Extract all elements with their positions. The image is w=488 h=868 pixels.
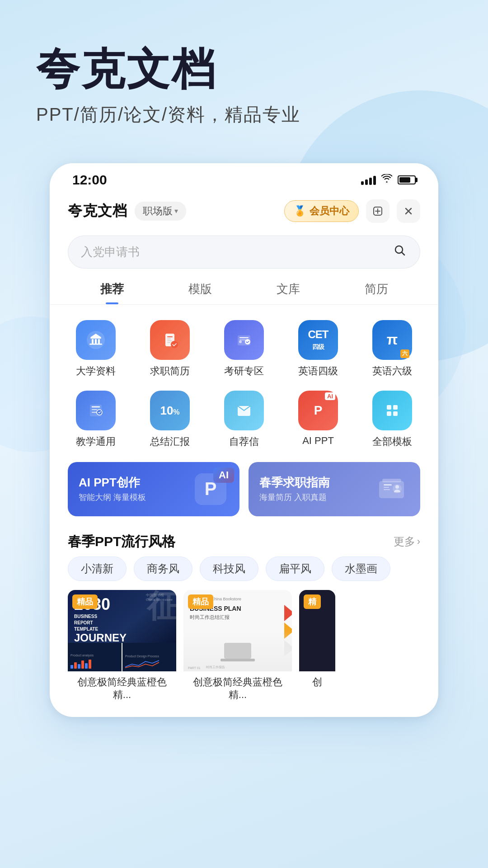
vip-icon: 🏅 [294, 205, 306, 217]
template-thumb-1: 精品 2030 BUSINESSREPORTTEMPLATE JOURNEY 征… [68, 590, 176, 671]
shortcut-summary[interactable]: 10% 总结汇报 [133, 386, 207, 453]
svg-rect-5 [95, 339, 97, 344]
shortcut-all-templates[interactable]: 全部模板 [355, 386, 429, 453]
svg-point-14 [171, 341, 178, 348]
vip-center-button[interactable]: 🏅 会员中心 [284, 200, 359, 222]
svg-rect-12 [167, 340, 172, 341]
template-thumb-2: 精品 中文图书馆 China Bookstore BUSINESS PLAN 时… [183, 590, 292, 671]
shortcut-label: 英语六级 [372, 364, 412, 378]
shortcut-label: 英语四级 [298, 364, 338, 378]
svg-rect-10 [167, 336, 173, 337]
tab-resume[interactable]: 简历 [332, 276, 420, 304]
banner-text: AI PPT创作 智能大纲 海量模板 [79, 475, 192, 503]
template-card-1[interactable]: 精品 2030 BUSINESSREPORTTEMPLATE JOURNEY 征… [68, 590, 176, 703]
banner-spring-job[interactable]: 春季求职指南 海量简历 入职真题 [249, 462, 420, 516]
search-bar[interactable]: 入党申请书 [68, 236, 420, 269]
template-card-2[interactable]: 精品 中文图书馆 China Bookstore BUSINESS PLAN 时… [183, 590, 292, 703]
svg-rect-30 [384, 487, 389, 488]
section-header: 春季PPT流行风格 更多 › [50, 525, 438, 557]
hero-subtitle: PPT/简历/论文/资料，精品专业 [36, 102, 452, 127]
svg-rect-4 [92, 339, 94, 344]
chevron-down-icon: ▾ [174, 207, 178, 215]
version-badge[interactable]: 职场版 ▾ [135, 202, 186, 221]
style-tag-fresh[interactable]: 小清新 [68, 557, 127, 581]
shortcut-label: 考研专区 [224, 364, 264, 378]
signal-icon [361, 175, 376, 185]
shortcut-cover-letter[interactable]: 自荐信 [207, 386, 281, 453]
battery-icon [398, 175, 416, 184]
shortcut-label: 求职简历 [150, 364, 190, 378]
ai-badge: AI [213, 467, 234, 483]
app-logo: 夸克文档 [68, 201, 127, 221]
status-time: 12:00 [72, 172, 107, 188]
style-tag-list: 小清新 商务风 科技风 扁平风 水墨画 [50, 557, 438, 590]
template-thumb-3: 精 [299, 590, 335, 671]
shortcut-label: 自荐信 [229, 435, 259, 448]
search-icon[interactable] [393, 243, 407, 261]
template-card-3[interactable]: 精 创 [299, 590, 335, 703]
chevron-right-icon: › [417, 536, 420, 547]
style-tag-flat[interactable]: 扁平风 [266, 557, 324, 581]
shortcut-label: AI PPT [302, 435, 334, 447]
svg-point-18 [245, 339, 250, 344]
add-button[interactable] [366, 199, 389, 223]
shortcut-label: 全部模板 [372, 435, 412, 448]
banner-row: AI PPT创作 智能大纲 海量模板 P AI 春季求职指南 海量简历 入职真题 [50, 457, 438, 525]
hero-title: 夸克文档 [36, 45, 452, 93]
hero-section: 夸克文档 PPT/简历/论文/资料，精品专业 [0, 0, 488, 154]
shortcut-teaching[interactable]: 教学通用 [59, 386, 133, 453]
template-title-3: 创 [299, 671, 335, 691]
shortcut-university[interactable]: 大学资料 [59, 316, 133, 382]
app-header: 夸克文档 职场版 ▾ 🏅 会员中心 [50, 192, 438, 230]
status-bar: 12:00 [50, 163, 438, 192]
svg-rect-31 [384, 489, 390, 490]
phone-mockup: 12:00 夸克文档 职场版 [50, 163, 438, 717]
svg-rect-6 [98, 339, 100, 344]
banner-subtitle: 智能大纲 海量模板 [79, 492, 192, 503]
banner-subtitle: 海量简历 入职真题 [259, 492, 373, 503]
nav-tabs: 推荐 模版 文库 简历 [50, 276, 438, 305]
svg-rect-3 [90, 337, 101, 339]
close-button[interactable] [397, 199, 420, 223]
section-more-button[interactable]: 更多 › [394, 534, 420, 549]
svg-rect-26 [393, 411, 398, 416]
tab-template[interactable]: 模版 [156, 276, 244, 304]
style-tag-business[interactable]: 商务风 [134, 557, 192, 581]
shortcut-cet6[interactable]: π 六 英语六级 [355, 316, 429, 382]
svg-rect-24 [393, 405, 398, 410]
template-title-1: 创意极简经典蓝橙色精... [68, 671, 176, 703]
shortcut-label: 教学通用 [76, 435, 116, 448]
svg-rect-29 [384, 484, 392, 486]
svg-rect-17 [239, 340, 246, 340]
svg-rect-7 [89, 344, 102, 345]
banner-ai-ppt[interactable]: AI PPT创作 智能大纲 海量模板 P AI [68, 462, 239, 516]
status-icons [361, 174, 416, 186]
svg-rect-16 [239, 337, 249, 338]
template-title-2: 创意极简经典蓝橙色精... [183, 671, 292, 703]
svg-rect-23 [387, 405, 391, 410]
wifi-icon [381, 174, 392, 186]
premium-badge: 精品 [72, 594, 98, 609]
shortcut-resume[interactable]: 求职简历 [133, 316, 207, 382]
tab-library[interactable]: 文库 [244, 276, 332, 304]
section-title: 春季PPT流行风格 [68, 533, 394, 551]
banner-text: 春季求职指南 海量简历 入职真题 [259, 475, 373, 503]
svg-rect-13 [167, 342, 170, 343]
shortcut-cet4[interactable]: CET四级 英语四级 [281, 316, 355, 382]
tab-recommend[interactable]: 推荐 [68, 276, 156, 304]
template-grid: 精品 2030 BUSINESSREPORTTEMPLATE JOURNEY 征… [50, 590, 438, 703]
svg-point-19 [239, 340, 242, 343]
shortcut-grid: 大学资料 求职简历 [50, 316, 438, 453]
svg-rect-28 [382, 479, 401, 482]
search-input[interactable]: 入党申请书 [81, 244, 387, 260]
banner-title: AI PPT创作 [79, 475, 192, 491]
shortcut-label: 总结汇报 [150, 435, 190, 448]
svg-rect-25 [387, 411, 391, 416]
style-tag-tech[interactable]: 科技风 [200, 557, 258, 581]
premium-badge-3: 精 [304, 594, 321, 609]
premium-badge-2: 精品 [188, 594, 213, 609]
shortcut-ai-ppt[interactable]: P AI AI PPT [281, 386, 355, 453]
style-tag-ink[interactable]: 水墨画 [332, 557, 390, 581]
banner-icon [373, 474, 409, 504]
shortcut-postgrad[interactable]: 考研专区 [207, 316, 281, 382]
